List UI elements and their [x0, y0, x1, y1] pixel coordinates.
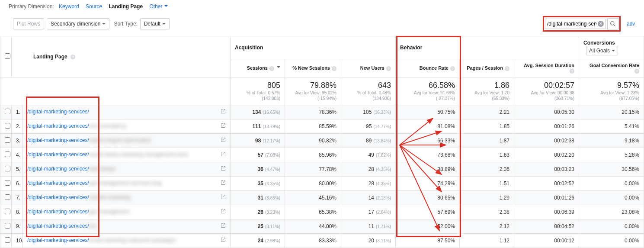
- pages-session-cell: 1.63: [460, 148, 514, 162]
- row-checkbox[interactable]: [5, 223, 10, 229]
- landing-page-cell: /digital-marketing-services/ppc-manageme…: [23, 176, 231, 190]
- secondary-dimension-button[interactable]: Secondary dimension: [47, 18, 109, 29]
- new-users-cell: 20(3.11%): [341, 233, 396, 248]
- duration-cell: 00:02:20: [514, 148, 579, 162]
- row-checkbox[interactable]: [5, 166, 10, 171]
- row-number: 6.: [12, 176, 23, 190]
- dim-source[interactable]: Source: [86, 3, 102, 10]
- table-row: 6. /digital-marketing-services/ppc-manag…: [0, 176, 644, 190]
- open-external-icon[interactable]: [221, 137, 226, 144]
- summary-duration: 00:02:57Avg for View: 00:00:38(368.71%): [514, 77, 579, 105]
- landing-page-link[interactable]: /digital-marketing-services/: [27, 166, 89, 172]
- col-landing-page[interactable]: Landing Page: [33, 54, 67, 60]
- landing-page-link[interactable]: /digital-marketing-services/: [27, 151, 89, 158]
- new-users-cell: 17(2.64%): [341, 205, 396, 219]
- row-checkbox[interactable]: [5, 137, 10, 143]
- pages-session-cell: 1.29: [460, 190, 514, 205]
- help-icon[interactable]: ?: [70, 55, 75, 59]
- sessions-cell: 24(2.98%): [231, 233, 285, 248]
- open-external-icon[interactable]: [221, 194, 226, 201]
- pct-new-cell: 83.33%: [285, 233, 341, 248]
- caret-down-icon: [162, 23, 166, 26]
- landing-page-cell: /digital-marketing-services/social-media…: [23, 148, 231, 162]
- new-users-cell: 14(2.18%): [341, 190, 396, 205]
- clear-search-icon[interactable]: ✕: [598, 21, 604, 27]
- new-users-cell: 11(1.71%): [341, 219, 396, 233]
- landing-page-link[interactable]: /digital-marketing-services/: [27, 109, 89, 115]
- help-icon[interactable]: ?: [450, 66, 455, 71]
- row-checkbox[interactable]: [5, 209, 10, 214]
- row-number: 10.: [12, 233, 23, 248]
- open-external-icon[interactable]: [221, 237, 226, 244]
- col-goal-conv-rate[interactable]: Goal Conversion Rate?: [579, 59, 644, 77]
- pages-session-cell: 2.36: [460, 162, 514, 176]
- landing-page-link[interactable]: /digital-marketing-services/: [27, 137, 89, 143]
- col-new-users[interactable]: New Users?: [341, 59, 396, 77]
- search-button[interactable]: [607, 18, 618, 29]
- col-bounce-rate[interactable]: Bounce Rate?: [396, 59, 460, 77]
- open-external-icon[interactable]: [221, 151, 226, 158]
- pct-new-cell: 78.36%: [285, 105, 341, 119]
- landing-page-link[interactable]: /digital-marketing-services/: [27, 180, 89, 186]
- select-all-checkbox[interactable]: [5, 53, 10, 59]
- summary-sessions: 805% of Total: 0.57%(142,003): [231, 77, 285, 105]
- help-icon[interactable]: ?: [570, 69, 574, 74]
- landing-page-link[interactable]: /digital-marketing-services/: [27, 123, 89, 129]
- bounce-cell: 74.29%: [396, 176, 460, 190]
- summary-pct-new: 79.88%Avg for View: 95.02%(-15.94%): [285, 77, 341, 105]
- dim-landing-page[interactable]: Landing Page: [109, 3, 143, 10]
- col-pages-session[interactable]: Pages / Session?: [460, 59, 514, 77]
- help-icon[interactable]: ?: [332, 66, 336, 71]
- landing-page-link[interactable]: /digital-marketing-services/: [27, 194, 89, 200]
- landing-page-cell: /digital-marketing-services/web-design: [23, 162, 231, 176]
- landing-page-link[interactable]: /digital-marketing-services/: [27, 223, 89, 229]
- sessions-cell: 25(3.11%): [231, 219, 285, 233]
- summary-bounce: 66.58%Avg for View: 91.68%(-27.37%): [396, 77, 460, 105]
- new-users-cell: 49(7.62%): [341, 148, 396, 162]
- sort-type-button[interactable]: Default: [140, 18, 170, 29]
- open-external-icon[interactable]: [221, 109, 226, 115]
- landing-page-cell: /digital-marketing-services/search-engin…: [23, 133, 231, 148]
- col-sessions[interactable]: Sessions?: [231, 59, 285, 77]
- row-number: 9.: [12, 219, 23, 233]
- goal-conv-cell: 23.08%: [579, 205, 644, 219]
- landing-page-link[interactable]: /digital-marketing-services/: [27, 209, 89, 215]
- pages-session-cell: 2.38: [460, 205, 514, 219]
- row-checkbox[interactable]: [5, 194, 10, 200]
- group-conversions-label: Conversions: [583, 40, 615, 46]
- report-table: Landing Page ? Acquisition Behavior Conv…: [0, 36, 644, 248]
- landing-page-link[interactable]: /digital-marketing-services/: [27, 237, 89, 243]
- help-icon[interactable]: ?: [269, 66, 274, 71]
- open-external-icon[interactable]: [221, 180, 226, 187]
- caret-down-icon: [102, 23, 106, 26]
- help-icon[interactable]: ?: [386, 66, 391, 71]
- sessions-cell: 111(13.79%): [231, 119, 285, 133]
- col-pct-new-sessions[interactable]: % New Sessions?: [285, 59, 341, 77]
- open-external-icon[interactable]: [221, 209, 226, 215]
- row-checkbox[interactable]: [5, 180, 10, 186]
- summary-goal: 9.57%Avg for View: 1.23%(677.05%): [579, 77, 644, 105]
- new-users-cell: 89(13.84%): [341, 133, 396, 148]
- conversions-goal-button[interactable]: All Goals: [586, 46, 618, 55]
- row-checkbox[interactable]: [5, 109, 10, 114]
- pct-new-cell: 65.38%: [285, 205, 341, 219]
- dim-other[interactable]: Other: [149, 3, 167, 10]
- help-icon[interactable]: ?: [505, 66, 509, 71]
- row-checkbox[interactable]: [5, 237, 10, 243]
- help-icon[interactable]: ?: [634, 69, 639, 74]
- primary-dimension-bar: Primary Dimension: Keyword Source Landin…: [0, 0, 644, 13]
- plot-rows-button[interactable]: Plot Rows: [13, 18, 44, 29]
- row-checkbox[interactable]: [5, 151, 10, 157]
- open-external-icon[interactable]: [221, 166, 226, 172]
- col-avg-duration[interactable]: Avg. Session Duration?: [514, 59, 579, 77]
- open-external-icon[interactable]: [221, 123, 226, 129]
- advanced-link[interactable]: advanced: [627, 21, 635, 27]
- search-input[interactable]: [545, 19, 606, 29]
- row-checkbox[interactable]: [5, 123, 10, 129]
- open-external-icon[interactable]: [221, 223, 226, 229]
- row-number: 5.: [12, 162, 23, 176]
- duration-cell: 00:05:30: [514, 105, 579, 119]
- table-row: 10. /digital-marketing-services/email-ma…: [0, 233, 644, 248]
- dim-keyword[interactable]: Keyword: [59, 3, 79, 10]
- row-number: 3.: [12, 133, 23, 148]
